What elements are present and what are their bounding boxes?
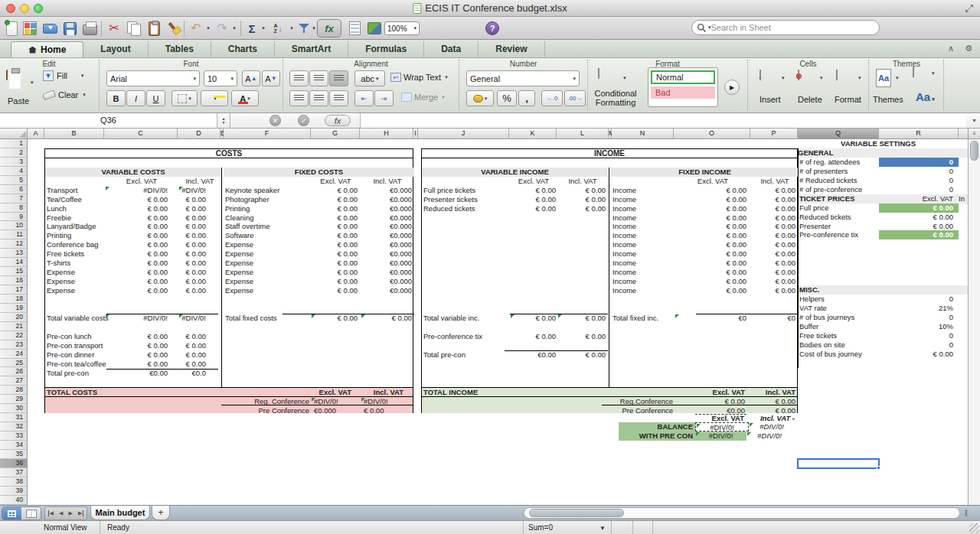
- cell-value[interactable]: € 0.00: [178, 332, 221, 341]
- cell-value[interactable]: € 0.00: [557, 314, 608, 323]
- row-header-35[interactable]: 35: [0, 450, 27, 459]
- column-header-J[interactable]: J: [418, 129, 509, 138]
- cell-value[interactable]: € 0.00: [311, 249, 361, 259]
- cell-label[interactable]: Free tickets: [798, 331, 879, 340]
- first-sheet-button[interactable]: ◀: [48, 510, 54, 516]
- fill-color-button[interactable]: ▾: [201, 90, 228, 106]
- col-header[interactable]: Excl. VAT: [311, 177, 361, 186]
- align-right-button[interactable]: [329, 90, 348, 106]
- sort-dropdown[interactable]: ▾: [287, 19, 295, 37]
- cell-value[interactable]: € 0.00: [879, 204, 959, 213]
- cell-label[interactable]: Pre Conference: [422, 406, 675, 415]
- cell-value[interactable]: #DIV/0!: [695, 422, 749, 431]
- row-header-34[interactable]: 34: [0, 441, 27, 450]
- income-title[interactable]: INCOME: [422, 149, 797, 158]
- column-header-C[interactable]: C: [104, 129, 178, 138]
- column-header-A[interactable]: A: [28, 129, 44, 138]
- col-header[interactable]: Incl. VAT: [178, 177, 221, 186]
- cell-value[interactable]: € 0.00: [879, 350, 959, 359]
- cell-value[interactable]: € 0.00: [675, 259, 751, 268]
- theme-colors-button[interactable]: [913, 67, 914, 77]
- insert-function-button[interactable]: fx: [325, 115, 351, 126]
- cell-label[interactable]: Income: [611, 268, 675, 277]
- cell-value[interactable]: € 0.00: [751, 195, 799, 204]
- last-sheet-button[interactable]: ▶: [78, 510, 83, 516]
- undo-button[interactable]: ↶: [188, 19, 204, 37]
- cell-label[interactable]: Income: [611, 213, 675, 223]
- cell-value[interactable]: #DIV/0!: [105, 186, 178, 195]
- column-header-N[interactable]: N: [612, 129, 674, 138]
- page-layout-view-button[interactable]: [21, 507, 41, 519]
- cell-value[interactable]: € 0.00: [105, 286, 178, 295]
- number-format-select[interactable]: General▾: [466, 70, 580, 86]
- column-header-H[interactable]: H: [360, 129, 413, 138]
- resize-grip[interactable]: [969, 523, 979, 533]
- cell-label[interactable]: Staff overtime: [224, 222, 311, 231]
- cell-label[interactable]: Pre Conference: [45, 406, 311, 415]
- cell-value[interactable]: € 0.00: [178, 350, 221, 360]
- cell-value[interactable]: € 0.00: [311, 268, 361, 277]
- col-header[interactable]: Incl. VAT: [557, 177, 608, 186]
- row-header-27[interactable]: 27: [0, 376, 27, 386]
- delete-dropdown[interactable]: ▾: [820, 75, 823, 81]
- cell-label[interactable]: Pre-con transport: [45, 341, 105, 350]
- row-header-21[interactable]: 21: [0, 322, 27, 331]
- tab-data[interactable]: Data: [424, 41, 479, 57]
- cell-value[interactable]: € 0.00: [311, 240, 361, 249]
- cell-label[interactable]: Conference bag: [45, 240, 105, 249]
- cell-value[interactable]: € 0.00: [557, 195, 608, 204]
- cell-label[interactable]: Reduced tickets: [798, 213, 879, 222]
- cell-label[interactable]: Lanyard/Badge: [45, 222, 105, 231]
- conditional-formatting-button[interactable]: [598, 69, 599, 78]
- cell-label[interactable]: Expense: [45, 268, 105, 277]
- cell-label[interactable]: Income: [611, 186, 675, 195]
- decrease-font-button[interactable]: A▼: [262, 70, 280, 86]
- cell-value[interactable]: €0.000: [361, 259, 414, 268]
- cell-value[interactable]: €0.000: [361, 286, 414, 295]
- cell-value[interactable]: € 0.00: [751, 222, 799, 231]
- zoom-control[interactable]: 100% ▾: [384, 21, 420, 35]
- variable-costs-header[interactable]: VARIABLE COSTS: [45, 168, 221, 177]
- cell-value[interactable]: € 0.00: [105, 332, 178, 341]
- cell-label[interactable]: # of bus journeys: [798, 313, 879, 322]
- minimize-window-button[interactable]: [20, 4, 29, 13]
- row-header-40[interactable]: 40: [0, 496, 27, 505]
- cell-label[interactable]: Total pre-con: [422, 350, 510, 360]
- name-box[interactable]: Q36: [0, 113, 217, 128]
- column-header-D[interactable]: D: [178, 129, 220, 138]
- cell-label[interactable]: T-shirts: [45, 259, 105, 268]
- col-header[interactable]: Incl. VAT: [361, 177, 414, 186]
- cell-value[interactable]: €0.000: [361, 240, 414, 249]
- cell-label[interactable]: # Reduced tickets: [798, 176, 879, 185]
- cell-value[interactable]: €0.000: [361, 222, 414, 231]
- tab-smartart[interactable]: SmartArt: [275, 41, 348, 57]
- sum-dropdown-icon[interactable]: ▼: [599, 525, 606, 532]
- cell-value[interactable]: € 0.00: [675, 195, 751, 204]
- formula-builder-button[interactable]: fx: [317, 19, 341, 37]
- cell-value[interactable]: € 0.00: [557, 204, 608, 213]
- row-header-18[interactable]: 18: [0, 295, 27, 304]
- cell-label[interactable]: Transport: [45, 186, 105, 195]
- row-header-2[interactable]: 2: [0, 148, 27, 158]
- cell-value[interactable]: € 0.00: [178, 360, 221, 369]
- cell-label[interactable]: Income: [611, 240, 675, 249]
- cell-value[interactable]: #DIV/0!: [105, 314, 178, 323]
- row-header-33[interactable]: 33: [0, 431, 27, 441]
- cell-value[interactable]: € 0.00: [105, 240, 178, 249]
- bold-button[interactable]: B: [106, 90, 126, 106]
- tab-layout[interactable]: Layout: [83, 41, 148, 57]
- cell-value[interactable]: € 0.00: [178, 249, 221, 259]
- row-header-38[interactable]: 38: [0, 477, 27, 487]
- cell-label[interactable]: Tea/Coffee: [45, 195, 105, 204]
- sort-button[interactable]: AZ↓: [270, 19, 286, 37]
- cell-label[interactable]: Total fixed costs: [224, 314, 311, 323]
- fixed-income-header[interactable]: FIXED INCOME: [611, 168, 799, 177]
- cell-value[interactable]: €0.000: [361, 268, 414, 277]
- text-orientation-button[interactable]: abc▾: [354, 70, 385, 86]
- cell-value[interactable]: € 0.00: [675, 286, 751, 295]
- cell-label[interactable]: Income: [611, 195, 675, 204]
- row-header-16[interactable]: 16: [0, 276, 27, 285]
- italic-button[interactable]: I: [126, 90, 145, 106]
- row-header-7[interactable]: 7: [0, 194, 27, 204]
- fill-button[interactable]: ▼Fill▾: [43, 70, 84, 81]
